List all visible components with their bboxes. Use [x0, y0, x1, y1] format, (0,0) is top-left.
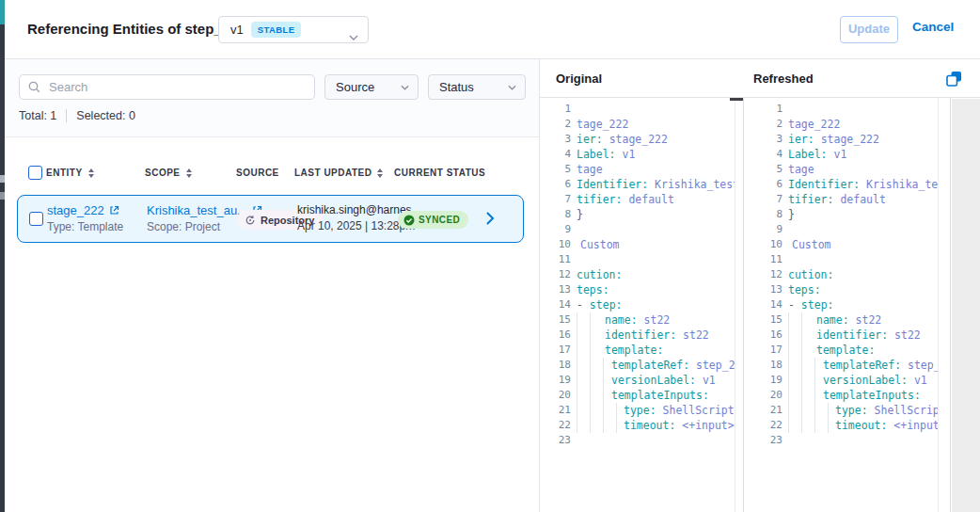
entities-list-panel: Source Status Total: 1 Selected: 0 ENTIT… — [5, 59, 539, 512]
original-pane-boundary — [735, 98, 735, 512]
refreshed-pane-boundary — [938, 98, 939, 512]
search-icon — [28, 81, 40, 93]
cancel-button[interactable]: Cancel — [912, 20, 954, 34]
version-label: v1 — [230, 23, 244, 37]
drawer-header: Referencing Entities of step_222 v1 STAB… — [5, 0, 980, 59]
column-header-last-updated[interactable]: LAST UPDATED — [294, 168, 383, 178]
column-header-current-status: CURRENT STATUS — [394, 168, 485, 178]
pane-divider[interactable] — [743, 98, 744, 512]
refreshed-label: Refreshed — [753, 72, 814, 86]
overview-ruler-border — [950, 98, 951, 512]
diff-header: Original Refreshed — [540, 59, 980, 98]
sort-icon[interactable] — [186, 168, 192, 178]
filter-bar: Source Status Total: 1 Selected: 0 — [5, 59, 539, 137]
copy-icon[interactable] — [946, 71, 962, 87]
source-filter-dropdown[interactable]: Source — [324, 74, 419, 100]
entity-type: Type: Template — [47, 220, 123, 233]
entity-cell: stage_222 Type: Template — [47, 203, 123, 233]
refreshed-code: 12tage_2223ier: stage_2224Label: v15tage… — [745, 98, 938, 448]
sort-icon[interactable] — [377, 168, 383, 178]
chevron-right-icon[interactable] — [486, 212, 495, 229]
selected-count: Selected: 0 — [76, 109, 135, 122]
pane-splitter-handle[interactable] — [730, 98, 744, 101]
column-header-scope[interactable]: SCOPE — [145, 168, 192, 178]
check-circle-icon — [403, 215, 415, 226]
external-link-icon[interactable] — [109, 205, 119, 216]
original-code: 12tage_2223ier: stage_2224Label: v15tage… — [540, 98, 735, 448]
page-title: Referencing Entities of step_222 — [27, 0, 245, 58]
total-count: Total: 1 — [19, 109, 56, 122]
select-all-checkbox[interactable] — [28, 166, 42, 180]
referencing-entities-drawer: Referencing Entities of step_222 v1 STAB… — [0, 0, 980, 512]
chevron-down-icon — [508, 85, 516, 90]
stable-badge: STABLE — [251, 22, 302, 38]
entity-link[interactable]: stage_222 — [47, 203, 104, 217]
column-header-source: SOURCE — [236, 168, 279, 178]
table-row[interactable]: stage_222 Type: Template Krishika_test_a… — [17, 195, 524, 243]
totals-bar: Total: 1 Selected: 0 — [19, 109, 135, 122]
sort-icon[interactable] — [88, 168, 94, 178]
scope-link[interactable]: Krishika_test_au... — [147, 203, 247, 217]
status-badge: SYNCED — [398, 211, 468, 229]
row-checkbox[interactable] — [29, 212, 43, 226]
repository-icon — [245, 215, 256, 226]
update-button[interactable]: Update — [840, 16, 898, 43]
chevron-down-icon — [349, 27, 358, 44]
search-box[interactable] — [19, 74, 315, 100]
table-header: ENTITY SCOPE SOURCE LAST UPDATED CURRENT… — [5, 166, 539, 183]
overview-ruler[interactable] — [952, 99, 980, 512]
refreshed-code-pane[interactable]: 12tage_2223ier: stage_2224Label: v15tage… — [745, 98, 938, 512]
original-label: Original — [556, 72, 602, 86]
version-selector[interactable]: v1 STABLE — [218, 16, 369, 43]
diff-panel: Original Refreshed 12tage_2223ier: stage… — [539, 59, 980, 512]
original-code-pane[interactable]: 12tage_2223ier: stage_2224Label: v15tage… — [540, 98, 735, 512]
status-filter-dropdown[interactable]: Status — [428, 74, 526, 100]
search-input[interactable] — [47, 79, 295, 95]
column-header-entity[interactable]: ENTITY — [46, 168, 94, 178]
chevron-down-icon — [401, 85, 409, 90]
